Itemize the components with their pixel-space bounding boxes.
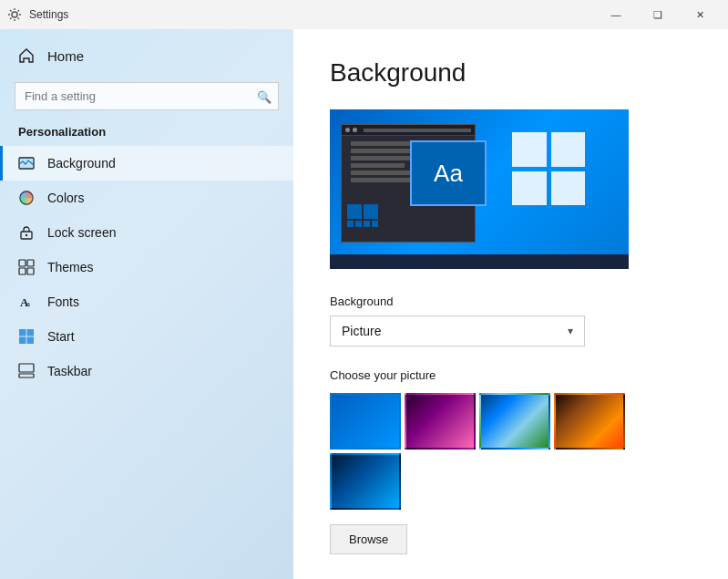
title-bar: Settings — ❑ ✕: [0, 0, 728, 29]
title-bar-title: Settings: [29, 8, 68, 21]
taskbar-icon: [18, 363, 35, 379]
title-bar-controls: — ❑ ✕: [595, 0, 721, 29]
minimize-button[interactable]: —: [595, 0, 637, 29]
maximize-button[interactable]: ❑: [637, 0, 679, 29]
title-bar-left: Settings: [7, 7, 68, 22]
choose-picture-label: Choose your picture: [330, 368, 692, 382]
picture-thumb-3[interactable]: [479, 393, 550, 450]
sidebar-item-label-colors: Colors: [47, 191, 84, 205]
svg-rect-7: [27, 260, 34, 266]
lock-screen-icon: [18, 224, 35, 241]
background-form-label: Background: [330, 295, 692, 308]
close-button[interactable]: ✕: [679, 0, 721, 29]
sidebar-item-fonts[interactable]: A a Fonts: [0, 284, 293, 319]
background-dropdown[interactable]: Picture ▾: [330, 315, 585, 346]
svg-rect-17: [19, 364, 34, 372]
picture-thumb-4[interactable]: [554, 393, 625, 450]
settings-app-icon: [7, 7, 22, 22]
page-title: Background: [330, 58, 692, 88]
picture-grid: [330, 393, 692, 510]
sidebar-item-lock-screen[interactable]: Lock screen: [0, 215, 293, 250]
search-icon: 🔍: [257, 89, 272, 103]
sidebar-item-taskbar[interactable]: Taskbar: [0, 354, 293, 388]
preview-aa-text: Aa: [434, 160, 463, 188]
svg-rect-14: [19, 337, 26, 345]
sidebar-item-colors[interactable]: Colors: [0, 181, 293, 215]
content-area: Background: [293, 29, 728, 579]
app-body: Home 🔍 Personalization Background: [0, 29, 728, 579]
sidebar-item-background[interactable]: Background: [0, 146, 293, 181]
desktop-preview: Aa: [330, 109, 629, 269]
sidebar-item-label-background: Background: [47, 156, 116, 171]
themes-icon: [18, 259, 35, 275]
fonts-icon: A a: [18, 294, 35, 310]
sidebar-item-label-lock-screen: Lock screen: [47, 225, 116, 240]
svg-rect-13: [27, 329, 35, 336]
search-box: 🔍: [15, 82, 279, 110]
svg-rect-6: [19, 260, 26, 266]
sidebar-item-label-taskbar: Taskbar: [47, 364, 92, 378]
sidebar-item-start[interactable]: Start: [0, 319, 293, 354]
sidebar-section-title: Personalization: [0, 121, 293, 146]
sidebar-item-themes[interactable]: Themes: [0, 250, 293, 284]
colors-icon: [18, 190, 35, 206]
sidebar-item-home[interactable]: Home: [0, 29, 293, 78]
svg-rect-15: [27, 337, 35, 345]
picture-thumb-2[interactable]: [405, 393, 476, 450]
start-icon: [18, 328, 35, 345]
svg-rect-8: [19, 268, 26, 274]
svg-text:a: a: [26, 299, 30, 308]
sidebar: Home 🔍 Personalization Background: [0, 29, 293, 579]
chevron-down-icon: ▾: [568, 325, 573, 337]
sidebar-item-label-start: Start: [47, 329, 75, 344]
background-dropdown-value: Picture: [342, 324, 382, 338]
svg-point-0: [12, 12, 17, 17]
picture-thumb-1[interactable]: [330, 393, 401, 450]
svg-point-5: [26, 234, 27, 236]
svg-rect-9: [27, 268, 34, 274]
svg-rect-16: [19, 374, 34, 377]
preview-desktop-bg: Aa: [330, 109, 629, 269]
sidebar-item-label-themes: Themes: [47, 260, 94, 274]
svg-rect-12: [19, 329, 26, 336]
search-input[interactable]: [15, 82, 279, 110]
home-icon: [18, 47, 35, 64]
sidebar-item-label-fonts: Fonts: [47, 295, 79, 309]
browse-button[interactable]: Browse: [330, 524, 407, 554]
home-label: Home: [47, 48, 84, 64]
picture-thumb-5[interactable]: [330, 453, 401, 510]
background-icon: [18, 155, 35, 171]
